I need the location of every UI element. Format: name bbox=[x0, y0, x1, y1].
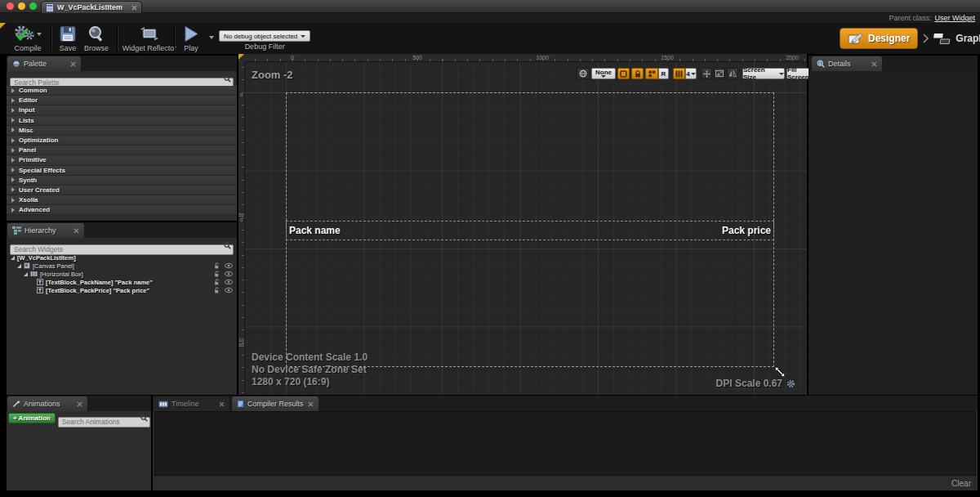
lock-icon[interactable] bbox=[214, 262, 220, 269]
tree-item-canvas-panel[interactable]: [Canvas Panel] bbox=[7, 262, 237, 270]
animations-search[interactable] bbox=[58, 413, 150, 423]
dock-corner-marker bbox=[238, 54, 244, 60]
visibility-eye-icon[interactable] bbox=[225, 271, 233, 277]
hierarchy-search[interactable] bbox=[10, 240, 234, 251]
tree-item-root[interactable]: [W_VcPackListItem] bbox=[7, 253, 237, 262]
animations-tab-label: Animations bbox=[24, 400, 60, 408]
close-timeline-icon[interactable] bbox=[219, 401, 225, 407]
text-block-icon bbox=[37, 287, 43, 293]
columns-icon bbox=[675, 70, 683, 78]
palette-search[interactable] bbox=[10, 74, 234, 84]
search-icon bbox=[224, 75, 231, 83]
animations-panel: Animations + Animation bbox=[7, 396, 151, 490]
palette-category-advanced[interactable]: Advanced bbox=[7, 205, 237, 215]
tree-item-horizontal-box[interactable]: [Horizontal Box] bbox=[7, 270, 237, 278]
debug-object-dropdown[interactable]: No debug object selected bbox=[219, 30, 310, 42]
expanded-icon[interactable] bbox=[11, 256, 15, 260]
close-hierarchy-icon[interactable] bbox=[74, 228, 79, 234]
expander-icon bbox=[11, 118, 15, 123]
save-button[interactable]: Save bbox=[56, 25, 80, 52]
palette-category-panel[interactable]: Panel bbox=[7, 146, 237, 155]
palette-category-synth[interactable]: Synth bbox=[7, 176, 237, 186]
palette-category-input[interactable]: Input bbox=[7, 105, 237, 115]
snap-size-dropdown[interactable]: 4 bbox=[685, 68, 697, 79]
outline-toggle-button[interactable] bbox=[617, 68, 630, 79]
dock-corner-marker bbox=[0, 23, 6, 29]
tab-hierarchy[interactable]: Hierarchy bbox=[7, 222, 85, 238]
animations-search-input[interactable] bbox=[58, 417, 150, 428]
palette-category-user-created[interactable]: User Created bbox=[7, 186, 237, 195]
maximize-window-button[interactable] bbox=[29, 2, 37, 10]
tab-compiler-results[interactable]: Compiler Results bbox=[231, 396, 319, 411]
hierarchy-panel: Hierarchy [W_VcPackListItem] bbox=[7, 222, 237, 395]
palette-category-common[interactable]: Common bbox=[7, 86, 237, 96]
dpi-settings-gear-icon[interactable] bbox=[786, 379, 795, 388]
visibility-eye-icon[interactable] bbox=[225, 287, 233, 293]
palette-category-special-effects[interactable]: Special Effects bbox=[7, 166, 237, 176]
close-details-icon[interactable] bbox=[871, 61, 877, 67]
screen-size-dropdown[interactable]: Screen Size bbox=[742, 68, 785, 79]
resize-handle-icon[interactable] bbox=[774, 366, 786, 378]
tree-item-textblock-packname[interactable]: [TextBlock_PackName] "Pack name" bbox=[7, 278, 237, 286]
close-animations-icon[interactable] bbox=[77, 401, 82, 407]
palette-category-xsolla[interactable]: Xsolla bbox=[7, 195, 237, 205]
pack-price-textblock[interactable]: Pack price bbox=[286, 225, 771, 236]
hierarchy-tree: [W_VcPackListItem] [Canvas Panel] [Horiz bbox=[7, 253, 237, 294]
widget-reflector-label: Widget Reflector bbox=[122, 44, 177, 52]
globe-icon bbox=[579, 69, 587, 78]
graph-mode-button[interactable]: Graph bbox=[933, 33, 980, 45]
palette-category-editor[interactable]: Editor bbox=[7, 96, 237, 105]
tree-item-textblock-packprice[interactable]: [TextBlock_PackPrice] "Pack price" bbox=[7, 286, 237, 294]
expander-icon bbox=[11, 187, 15, 192]
compile-label: Compile bbox=[14, 44, 41, 52]
graph-icon bbox=[933, 33, 951, 45]
dropdown-caret bbox=[601, 75, 606, 78]
browse-button[interactable]: Browse bbox=[82, 25, 111, 52]
parent-class-link[interactable]: User Widget bbox=[934, 14, 975, 22]
tab-details[interactable]: Details bbox=[811, 56, 883, 71]
details-tab-label: Details bbox=[828, 60, 851, 68]
flip-preview-button[interactable] bbox=[727, 68, 738, 79]
palette-category-misc[interactable]: Misc bbox=[7, 126, 237, 136]
asset-tab[interactable]: W_VcPackListItem bbox=[41, 1, 142, 13]
tab-palette[interactable]: Palette bbox=[7, 56, 82, 71]
compile-options-caret[interactable] bbox=[37, 33, 42, 36]
play-options-caret[interactable] bbox=[209, 36, 214, 39]
localization-preview-button[interactable] bbox=[577, 68, 590, 79]
rotation-r-button[interactable]: R bbox=[658, 68, 669, 79]
tab-timeline[interactable]: Timeline bbox=[153, 396, 230, 411]
palette-category-optimization[interactable]: Optimization bbox=[7, 136, 237, 146]
minimize-window-button[interactable] bbox=[18, 2, 25, 10]
lock-icon[interactable] bbox=[214, 271, 220, 277]
close-palette-icon[interactable] bbox=[70, 61, 76, 67]
compiler-results-log bbox=[154, 411, 976, 476]
designer-mode-button[interactable]: Designer bbox=[840, 28, 918, 49]
designer-canvas[interactable]: Zoom -2 None bbox=[245, 62, 807, 395]
grid-snap-toggle-button[interactable] bbox=[645, 68, 658, 79]
palette-tab-label: Palette bbox=[24, 60, 47, 68]
close-tab-icon[interactable] bbox=[131, 5, 137, 11]
visibility-eye-icon[interactable] bbox=[225, 262, 233, 269]
close-window-button[interactable] bbox=[7, 2, 14, 10]
clear-log-button[interactable]: Clear bbox=[951, 479, 971, 488]
expanded-icon[interactable] bbox=[24, 272, 28, 276]
designer-label: Designer bbox=[868, 33, 910, 44]
close-compiler-results-icon[interactable] bbox=[308, 401, 314, 407]
play-button[interactable]: Play bbox=[180, 25, 203, 52]
visibility-eye-icon[interactable] bbox=[225, 279, 233, 285]
expanded-icon[interactable] bbox=[17, 264, 21, 268]
compile-button[interactable]: Compile bbox=[7, 25, 49, 52]
tab-animations[interactable]: Animations bbox=[7, 396, 88, 411]
lock-icon[interactable] bbox=[214, 279, 220, 285]
layout-grid-toggle-button[interactable] bbox=[673, 68, 685, 79]
palette-category-primitive[interactable]: Primitive bbox=[7, 155, 237, 165]
transform-mode-button[interactable] bbox=[701, 68, 712, 79]
localization-culture-dropdown[interactable]: None bbox=[591, 68, 616, 79]
expander-icon bbox=[11, 208, 15, 213]
lock-icon[interactable] bbox=[214, 287, 220, 293]
palette-category-lists[interactable]: Lists bbox=[7, 116, 237, 126]
widget-reflector-button[interactable]: Widget Reflector bbox=[121, 25, 178, 52]
respect-locks-toggle-button[interactable] bbox=[631, 68, 644, 79]
add-animation-button[interactable]: + Animation bbox=[8, 413, 56, 423]
preview-background-button[interactable] bbox=[714, 68, 725, 79]
